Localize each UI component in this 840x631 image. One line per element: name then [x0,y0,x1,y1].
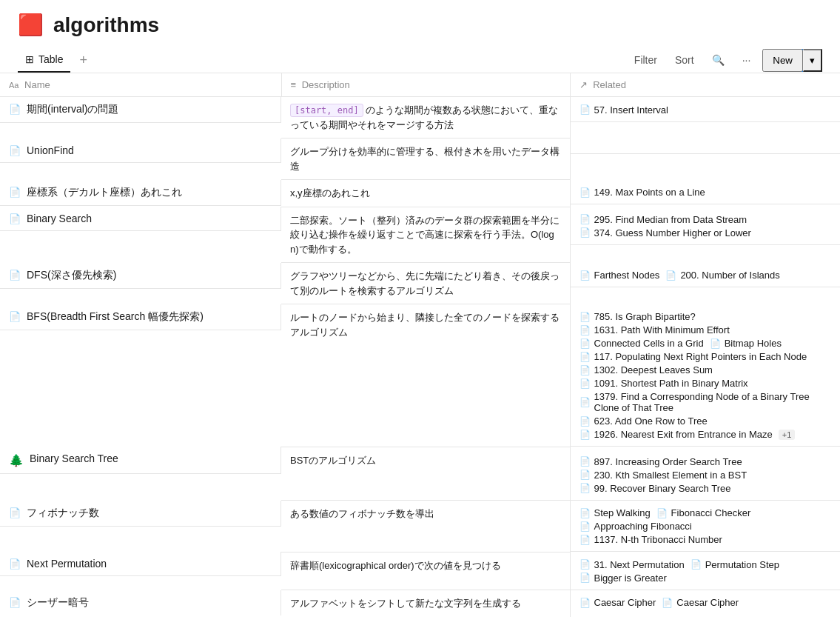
add-view-button[interactable]: + [73,49,93,71]
related-item[interactable]: 📄Bigger is Greater [579,572,832,584]
desc-text: アルファベットをシフトして新たな文字列を生成する [290,598,521,609]
desc-text: グループ分けを効率的に管理する、根付き木を用いたデータ構造 [290,146,560,172]
related-text: 1631. Path With Minimum Effort [594,324,730,335]
related-item[interactable]: 📄230. Kth Smallest Element in a BST [579,470,832,481]
more-button[interactable]: ··· [736,51,757,69]
related-item[interactable]: 📄Caesar Cipher [662,597,739,608]
filter-button[interactable]: Filter [628,51,663,69]
name-cell[interactable]: 🌲Binary Search Tree [0,447,281,474]
related-item[interactable]: 📄623. Add One Row to Tree [579,415,832,427]
related-doc-icon: 📄 [579,187,591,198]
related-text: Connected Cells in a Grid [594,338,704,349]
name-cell[interactable]: 📄DFS(深さ優先検索) [0,263,281,289]
related-text: 1137. N-th Tribonacci Number [594,534,722,545]
name-cell[interactable]: 📄Binary Search [0,207,281,231]
related-doc-icon: 📄 [656,508,668,518]
name-cell[interactable]: 📄BFS(Breadth First Search 幅優先探索) [0,304,281,330]
name-cell[interactable]: 📄座標系（デカルト座標）あれこれ [0,180,281,206]
related-item[interactable]: 📄149. Max Points on a Line [579,187,832,198]
table-row: 📄BFS(Breadth First Search 幅優先探索)ルートのノードか… [0,304,840,447]
related-item[interactable]: 📄Farthest Nodes [579,270,660,281]
related-item[interactable]: 📄Bitmap Holes [710,338,782,349]
related-item[interactable]: 📄Caesar Cipher [579,597,656,608]
table-row: 📄座標系（デカルト座標）あれこれx,y座標のあれこれ📄149. Max Poin… [0,180,840,207]
related-item[interactable]: 📄1091. Shortest Path in Binary Matrix [579,378,832,389]
doc-icon: 📄 [9,187,21,198]
row-name: シーザー暗号 [27,596,89,610]
doc-icon: 📄 [9,145,21,156]
related-doc-icon: 📄 [579,312,591,322]
related-doc-icon: 📄 [579,598,591,608]
desc-col-icon: ≡ [291,79,297,90]
related-item[interactable]: 📄295. Find Median from Data Stream [579,214,832,225]
related-col-label: Related [593,79,626,90]
related-inline-row: 📄31. Next Permutation📄Permutation Step [579,559,832,570]
doc-icon: 📄 [9,104,21,115]
related-item[interactable]: 📄Approaching Fibonacci [579,521,832,532]
related-item[interactable]: 📄1379. Find a Corresponding Node of a Bi… [579,391,832,413]
related-item[interactable]: 📄1631. Path With Minimum Effort [579,324,832,335]
related-text: Approaching Fibonacci [594,521,692,532]
related-item[interactable]: 📄Permutation Step [691,559,779,570]
related-item[interactable]: 📄200. Number of Islands [665,270,779,281]
related-text: Caesar Cipher [594,597,656,608]
new-button-chevron[interactable]: ▾ [803,49,822,72]
related-item[interactable]: 📄Fibonacci Checker [656,507,751,518]
related-doc-icon: 📄 [579,535,591,545]
related-text: 897. Increasing Order Search Tree [594,456,742,467]
related-item[interactable]: 📄1926. Nearest Exit from Entrance in Maz… [579,429,773,440]
doc-icon: 📄 [9,558,21,570]
related-inline-row: 📄Connected Cells in a Grid📄Bitmap Holes [579,338,832,349]
description-cell: x,y座標のあれこれ [281,180,570,207]
related-text: 200. Number of Islands [680,270,779,281]
related-cell: 📄57. Insert Interval [571,99,841,122]
column-header-name: Aa Name [0,73,281,97]
related-text: Bitmap Holes [725,338,782,349]
name-cell[interactable]: 📄フィボナッチ数 [0,501,281,527]
search-button[interactable]: 🔍 [706,51,730,69]
related-item[interactable]: 📄897. Increasing Order Search Tree [579,456,832,467]
name-cell[interactable]: 📄シーザー暗号 [0,590,281,615]
related-item[interactable]: 📄99. Recover Binary Search Tree [579,483,832,494]
related-item[interactable]: 📄31. Next Permutation [579,559,685,570]
related-doc-icon: 📄 [579,470,591,480]
name-cell[interactable]: 📄Next Permutation [0,552,281,576]
desc-text: ある数値のフィボナッチ数を導出 [290,508,434,519]
table-row: 📄期間(interval)の問題[start, end] のような期間が複数ある… [0,97,840,138]
description-cell: アルファベットをシフトして新たな文字列を生成する [281,590,570,617]
related-item[interactable]: 📄374. Guess Number Higher or Lower [579,227,832,238]
related-text: Bigger is Greater [594,572,667,584]
code-tag: [start, end] [290,104,363,117]
related-doc-icon: 📄 [579,270,591,281]
table-tab[interactable]: ⊞ Table [18,47,70,73]
page-header: 🟥 algorithms [0,0,840,44]
description-cell: BSTのアルゴリズム [281,447,570,501]
related-cell [571,141,841,154]
related-item[interactable]: 📄117. Populating Next Right Pointers in … [579,351,832,362]
related-doc-icon: 📄 [579,227,591,238]
related-item[interactable]: 📄57. Insert Interval [579,104,832,116]
related-item[interactable]: 📄Step Walking [579,507,651,518]
doc-icon: 📄 [9,597,21,608]
sort-button[interactable]: Sort [669,51,700,69]
description-cell: ルートのノードから始まり、隣接した全てのノードを探索するアルゴリズム [281,304,570,447]
name-cell[interactable]: 📄UnionFind [0,138,281,163]
related-text: Permutation Step [705,559,779,570]
doc-icon: 📄 [9,311,21,322]
doc-icon: 📄 [9,270,21,281]
related-text: 117. Populating Next Right Pointers in E… [594,351,807,362]
table-container: Aa Name ≡ Description ↗ Related 📄期間(inte… [0,73,840,617]
table-row: 📄DFS(深さ優先検索)グラフやツリーなどから、先に先端にたどり着き、その後戻っ… [0,263,840,304]
related-item[interactable]: 📄1137. N-th Tribonacci Number [579,534,832,545]
new-button[interactable]: New [762,49,803,72]
related-cell: 📄295. Find Median from Data Stream📄374. … [571,208,841,245]
related-inline-row: 📄Caesar Cipher📄Caesar Cipher [579,597,832,608]
related-text: 31. Next Permutation [594,559,685,570]
related-item[interactable]: 📄Connected Cells in a Grid [579,338,704,349]
related-item[interactable]: 📄1302. Deepest Leaves Sum [579,364,832,375]
name-col-icon: Aa [9,81,19,90]
related-text: Farthest Nodes [594,270,660,281]
row-name: Next Permutation [27,558,107,570]
name-cell[interactable]: 📄期間(interval)の問題 [0,97,281,123]
related-item[interactable]: 📄785. Is Graph Bipartite? [579,311,832,322]
